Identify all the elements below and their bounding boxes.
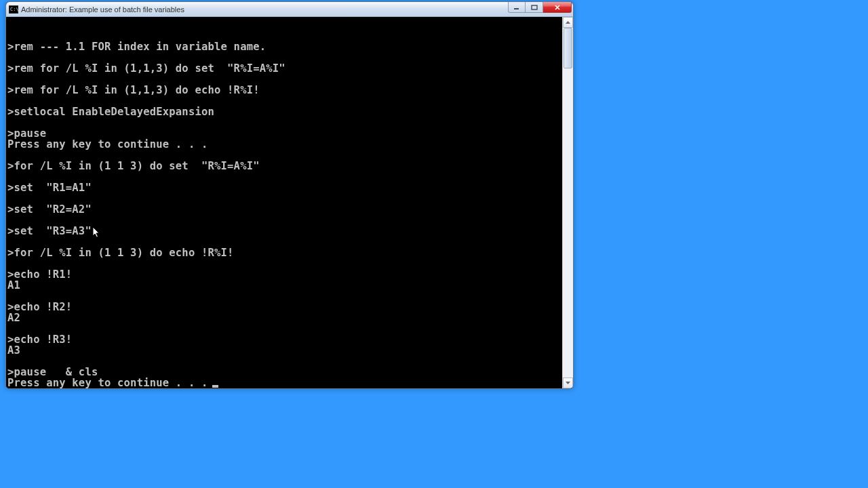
maximize-button[interactable]: [526, 2, 543, 13]
scroll-up-button[interactable]: [563, 17, 573, 28]
window-title: Administrator: Example use of batch file…: [21, 5, 508, 14]
window-controls: [508, 2, 572, 13]
minimize-button[interactable]: [508, 2, 526, 13]
close-button[interactable]: [543, 2, 572, 13]
vertical-scrollbar[interactable]: [562, 17, 573, 388]
cmd-icon: C:\: [9, 5, 18, 14]
svg-text:C:\: C:\: [10, 7, 18, 12]
scroll-down-button[interactable]: [563, 378, 573, 388]
svg-rect-3: [532, 5, 537, 9]
svg-rect-2: [514, 8, 519, 9]
terminal-cursor: [212, 385, 218, 388]
console-window: C:\ Administrator: Example use of batch …: [5, 1, 574, 389]
titlebar[interactable]: C:\ Administrator: Example use of batch …: [6, 2, 573, 17]
terminal-output[interactable]: >rem --- 1.1 FOR index in variable name.…: [6, 17, 562, 388]
scroll-thumb[interactable]: [564, 28, 572, 68]
terminal-body: >rem --- 1.1 FOR index in variable name.…: [6, 17, 573, 388]
scroll-track[interactable]: [563, 28, 573, 378]
